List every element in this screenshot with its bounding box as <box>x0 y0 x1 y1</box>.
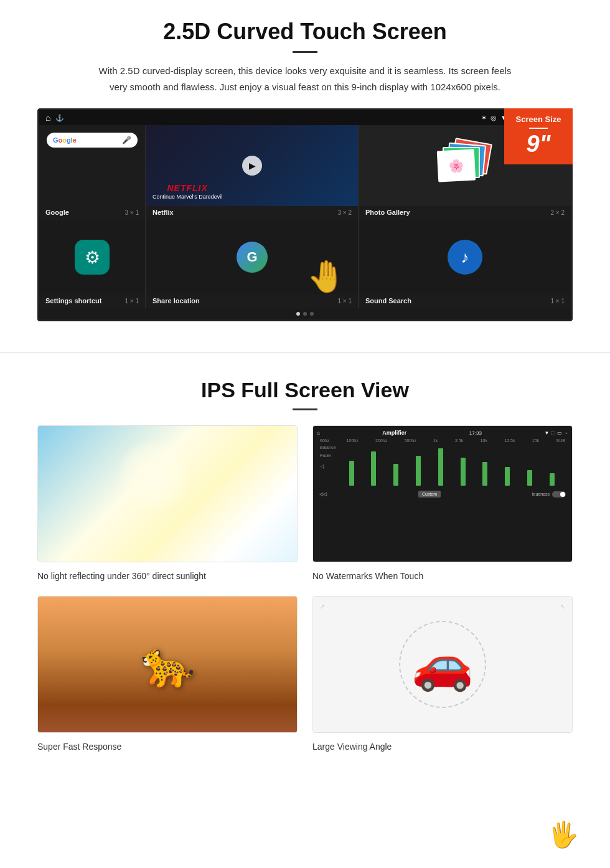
sound-search-label-cell: Sound Search 1 × 1 <box>359 295 571 308</box>
title-divider <box>293 51 317 53</box>
eq-bar-1 <box>341 461 362 486</box>
section1-title: 2.5D Curved Touch Screen <box>37 19 573 45</box>
amp-loudness-toggle: loudness <box>532 491 566 498</box>
status-bar-left: ⌂ ⚓ <box>45 113 64 123</box>
android-screen: ⌂ ⚓ ✶ ◎ ▼ 15:06 ⬚ ♪ ⊠ ▭ <box>37 108 573 321</box>
netflix-logo: NETFLIX <box>152 183 222 193</box>
section1-description: With 2.5D curved-display screen, this de… <box>93 63 517 95</box>
eq-bar-7 <box>475 462 495 486</box>
google-label-cell: Google 3 × 1 <box>39 206 145 220</box>
cheetah-emoji: 🐆 <box>141 639 195 690</box>
badge-divider <box>529 128 548 129</box>
sunlight-image <box>37 425 298 562</box>
app-labels-row1: Google 3 × 1 Netflix 3 × 2 Photo Gallery… <box>39 206 571 220</box>
section2-title-divider <box>293 408 317 410</box>
amp-side-labels: Balance Fader ◁) <box>320 445 337 469</box>
google-search-bar[interactable]: Google 🎤 <box>47 133 138 148</box>
app-labels-row2: Settings shortcut 1 × 1 Share location 1… <box>39 295 571 308</box>
settings-app-size: 1 × 1 <box>124 298 139 304</box>
feature-car: 🚗 ↗ ↖ Large Viewing Angle <box>312 596 573 752</box>
photo-card-4: 🌸 <box>437 149 476 182</box>
car-image: 🚗 ↗ ↖ <box>312 596 573 733</box>
netflix-label-overlay: NETFLIX Continue Marvel's Daredevil <box>152 183 222 200</box>
share-location-app-cell[interactable]: G 🤚 <box>146 220 358 295</box>
eq-bar-9 <box>519 470 540 486</box>
dot-3 <box>310 312 314 316</box>
amplifier-image: ⌂ Amplifier 17:33 ▼ ⬚ ▭ → 60hz100hz200hz… <box>312 425 573 562</box>
amp-icons: ▼ ⬚ ▭ → <box>544 430 568 436</box>
eq-bar-3 <box>386 464 406 486</box>
photo-gallery-app-name: Photo Gallery <box>365 209 410 216</box>
car-visual: 🚗 ↗ ↖ <box>313 597 572 732</box>
car-circle: 🚗 <box>399 621 486 708</box>
cheetah-caption: Super Fast Response <box>37 742 298 752</box>
angle-indicator: ↗ <box>319 603 325 611</box>
share-location-app-size: 1 × 1 <box>337 298 352 304</box>
flower-icon: 🌸 <box>448 158 464 173</box>
amp-freq-labels: 60hz100hz200hz500hz1k2.5k10k12.5k15kSUB <box>317 438 568 443</box>
sound-search-app-size: 1 × 1 <box>550 298 565 304</box>
netflix-app-cell[interactable]: ▶ NETFLIX Continue Marvel's Daredevil <box>146 125 358 206</box>
sun-glow <box>116 438 190 513</box>
loudness-switch[interactable] <box>552 491 566 498</box>
app-grid-row2: ⚙ G 🤚 ♪ <box>39 220 571 295</box>
section-curved-screen: 2.5D Curved Touch Screen With 2.5D curve… <box>0 0 610 334</box>
share-label-cell: Share location 1 × 1 <box>146 295 358 308</box>
photo-gallery-app-size: 2 × 2 <box>550 209 565 216</box>
car-caption: Large Viewing Angle <box>312 742 573 752</box>
badge-title: Screen Size <box>509 115 568 125</box>
amp-prev-icon: ◁◁ <box>319 491 327 497</box>
netflix-sub: Continue Marvel's Daredevil <box>152 194 222 200</box>
eq-bar-4 <box>408 456 429 486</box>
hand-gesture-icon: 🤚 <box>307 258 345 295</box>
eq-bar-8 <box>497 467 518 486</box>
share-location-app-name: Share location <box>152 297 200 304</box>
netflix-label-cell: Netflix 3 × 2 <box>146 206 358 220</box>
home-icon: ⌂ <box>45 113 50 123</box>
settings-app-cell[interactable]: ⚙ <box>39 220 145 295</box>
voice-search-icon: 🎤 <box>122 136 131 144</box>
toggle-knob <box>560 492 565 497</box>
amp-home-icon: ⌂ <box>317 430 320 436</box>
netflix-play-button[interactable]: ▶ <box>242 156 262 176</box>
angle-indicator-r: ↖ <box>560 603 566 611</box>
eq-bar-10 <box>542 473 562 486</box>
amp-header: ⌂ Amplifier 17:33 ▼ ⬚ ▭ → <box>317 430 568 436</box>
sound-search-icon: ♪ <box>448 240 482 275</box>
amp-custom-button[interactable]: Custom <box>418 491 441 498</box>
amplifier-visual: ⌂ Amplifier 17:33 ▼ ⬚ ▭ → 60hz100hz200hz… <box>313 426 572 562</box>
feature-sunlight: No light reflecting under 360° direct su… <box>37 425 298 581</box>
badge-size: 9" <box>526 131 550 157</box>
google-logo: Google <box>53 136 77 144</box>
google-app-cell[interactable]: Google 🎤 <box>39 125 145 206</box>
netflix-app-name: Netflix <box>152 209 174 216</box>
settings-icon: ⚙ <box>75 240 110 275</box>
sunlight-caption: No light reflecting under 360° direct su… <box>37 571 298 581</box>
feature-grid: No light reflecting under 360° direct su… <box>37 425 573 752</box>
netflix-app-size: 3 × 2 <box>337 209 352 216</box>
feature-amplifier: ⌂ Amplifier 17:33 ▼ ⬚ ▭ → 60hz100hz200hz… <box>312 425 573 581</box>
screen-dots <box>39 308 571 319</box>
amplifier-caption: No Watermarks When Touch <box>312 571 573 581</box>
settings-label-cell: Settings shortcut 1 × 1 <box>39 295 145 308</box>
location-icon: ◎ <box>490 114 497 122</box>
amp-controls: ◁◁ Custom loudness <box>317 488 568 500</box>
sound-search-app-cell[interactable]: ♪ <box>359 220 571 295</box>
device-demo-wrapper: Screen Size 9" ⌂ ⚓ ✶ ◎ ▼ 15:06 ⬚ ♪ ⊠ <box>37 108 573 321</box>
amp-eq-bars-wrapper: Balance Fader ◁) <box>317 443 568 488</box>
eq-bar-6 <box>453 458 473 486</box>
google-app-size: 3 × 1 <box>124 209 139 216</box>
google-app-name: Google <box>45 209 69 216</box>
sound-search-app-name: Sound Search <box>365 297 411 304</box>
amp-title: Amplifier <box>382 430 406 436</box>
section-ips-screen: IPS Full Screen View No light reflecting… <box>0 372 610 776</box>
section2-title: IPS Full Screen View <box>37 378 573 402</box>
status-bar: ⌂ ⚓ ✶ ◎ ▼ 15:06 ⬚ ♪ ⊠ ▭ <box>39 110 571 125</box>
car-top-view-icon: 🚗 <box>411 635 474 694</box>
sunlight-visual <box>38 426 297 562</box>
usb-icon: ⚓ <box>55 114 64 122</box>
photo-stack: 🌸 <box>440 141 490 191</box>
bluetooth-icon: ✶ <box>481 114 487 122</box>
feature-cheetah: 🐆 Super Fast Response <box>37 596 298 752</box>
eq-bar-2 <box>364 451 384 486</box>
